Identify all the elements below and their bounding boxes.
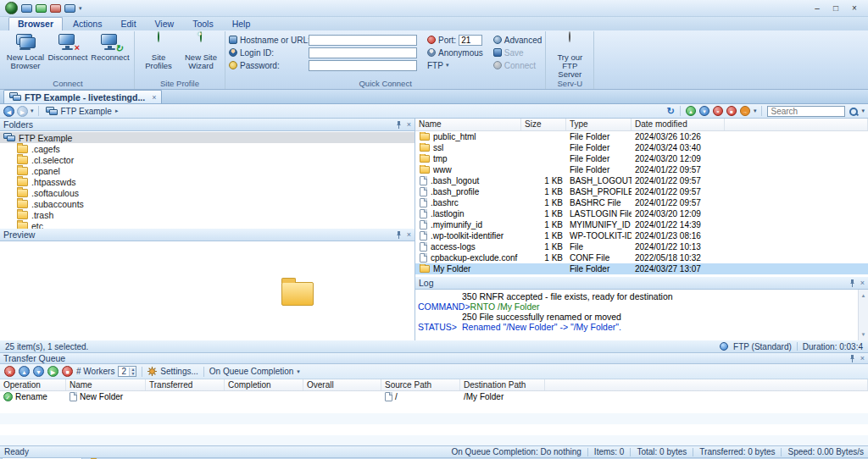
new-site-wizard-button[interactable]: ✦ New Site Wizard bbox=[181, 32, 221, 70]
pin-icon[interactable] bbox=[395, 231, 403, 239]
tab-tools[interactable]: Tools bbox=[184, 18, 222, 30]
hostname-input[interactable] bbox=[309, 35, 417, 46]
search-dropdown-icon[interactable]: ▾ bbox=[861, 108, 865, 114]
tree-item[interactable]: .softaculous bbox=[0, 187, 415, 198]
app-logo-icon[interactable] bbox=[5, 2, 18, 14]
move-down-icon[interactable]: ▼ bbox=[33, 366, 44, 377]
login-input[interactable] bbox=[309, 47, 417, 58]
close-button[interactable]: × bbox=[846, 2, 863, 15]
queue-row[interactable]: ✓Rename New Folder / /My Folder bbox=[0, 391, 868, 402]
password-input[interactable] bbox=[309, 60, 417, 71]
file-row[interactable]: cpbackup-exclude.conf1 KBCONF File2022/0… bbox=[415, 252, 868, 263]
forward-button[interactable]: ▶ bbox=[17, 106, 28, 117]
actions-dropdown-icon[interactable]: ▾ bbox=[754, 108, 757, 114]
history-dropdown-icon[interactable]: ▾ bbox=[31, 108, 34, 114]
start-queue-icon[interactable]: ▶ bbox=[47, 366, 58, 377]
new-local-browser-button[interactable]: New Local Browser bbox=[5, 32, 46, 70]
column-completion[interactable]: Completion bbox=[225, 379, 303, 390]
tab-ftp-example-session[interactable]: FTP Example - livetestingd... × bbox=[3, 90, 162, 103]
column-date-modified[interactable]: Date modified bbox=[632, 119, 725, 130]
connect-button[interactable]: Connect bbox=[504, 61, 536, 70]
qat-dropdown-icon[interactable]: ▾ bbox=[79, 5, 82, 12]
refresh-icon[interactable]: ↻ bbox=[667, 106, 675, 117]
save-button[interactable]: Save bbox=[504, 48, 524, 58]
column-transferred[interactable]: Transferred bbox=[146, 379, 225, 390]
minimize-button[interactable]: – bbox=[809, 2, 826, 15]
file-row[interactable]: sslFile Folder2024/03/24 03:40 bbox=[415, 142, 868, 153]
file-row[interactable]: .bashrc1 KBBASHRC File2024/01/22 09:57 bbox=[415, 197, 868, 208]
column-name[interactable]: Name bbox=[66, 379, 146, 390]
site-profiles-button[interactable]: Site Profiles bbox=[138, 32, 179, 70]
remove-item-icon[interactable]: × bbox=[4, 366, 15, 377]
file-row[interactable]: .bash_logout1 KBBASH_LOGOUT Fi...2024/01… bbox=[415, 175, 868, 186]
protocol-label[interactable]: FTP bbox=[427, 61, 443, 70]
tree-item[interactable]: .subaccounts bbox=[0, 198, 415, 209]
pin-icon[interactable] bbox=[395, 121, 403, 129]
protocol-dropdown-icon[interactable]: ▾ bbox=[446, 62, 449, 69]
column-type[interactable]: Type bbox=[566, 119, 632, 130]
tree-root-item[interactable]: FTP Example bbox=[0, 132, 415, 143]
log-scrollbar[interactable]: ▲▼ bbox=[858, 290, 868, 340]
column-name[interactable]: Name bbox=[415, 119, 521, 130]
advanced-button[interactable]: Advanced bbox=[504, 36, 542, 45]
tree-item[interactable]: .trash bbox=[0, 209, 415, 220]
search-input[interactable] bbox=[767, 106, 845, 117]
address-breadcrumb[interactable]: FTP Example ▸ bbox=[43, 107, 121, 116]
tab-actions[interactable]: Actions bbox=[64, 18, 110, 30]
qat-browser-icon[interactable] bbox=[21, 4, 32, 13]
close-icon[interactable]: × bbox=[860, 355, 865, 362]
tree-item[interactable]: .cl.selector bbox=[0, 154, 415, 165]
reconnect-button[interactable]: ↻ Reconnect bbox=[90, 32, 131, 62]
qat-disconnect-icon[interactable] bbox=[50, 4, 61, 13]
sync-icon[interactable]: → bbox=[740, 106, 750, 116]
file-row[interactable]: .lastlogin1 KBLASTLOGIN File2024/03/20 1… bbox=[415, 208, 868, 219]
tab-view[interactable]: View bbox=[147, 18, 183, 30]
disconnect-button[interactable]: × Disconnect bbox=[47, 32, 88, 62]
file-row[interactable]: public_htmlFile Folder2024/03/26 10:26 bbox=[415, 131, 868, 142]
tab-edit[interactable]: Edit bbox=[112, 18, 144, 30]
tab-help[interactable]: Help bbox=[224, 18, 259, 30]
search-icon[interactable] bbox=[849, 107, 858, 116]
file-row[interactable]: tmpFile Folder2024/03/20 12:09 bbox=[415, 153, 868, 164]
pin-icon[interactable] bbox=[849, 355, 856, 362]
workers-stepper[interactable]: 2 ▲▼ bbox=[118, 366, 136, 377]
stepper-down-icon[interactable]: ▼ bbox=[131, 372, 135, 376]
back-button[interactable]: ◀ bbox=[3, 106, 14, 117]
qat-site-icon[interactable] bbox=[64, 4, 75, 13]
file-row[interactable]: .myimunify_id1 KBMYIMUNIFY_ID File2024/0… bbox=[415, 219, 868, 230]
tree-item[interactable]: etc bbox=[0, 220, 415, 229]
tab-browser[interactable]: Browser bbox=[8, 17, 63, 30]
maximize-button[interactable]: □ bbox=[827, 2, 844, 15]
column-overall[interactable]: Overall bbox=[303, 379, 381, 390]
tree-item[interactable]: .cpanel bbox=[0, 165, 415, 176]
close-icon[interactable]: × bbox=[407, 231, 411, 239]
breadcrumb-arrow-icon[interactable]: ▸ bbox=[115, 108, 119, 114]
session-close-icon[interactable]: × bbox=[148, 93, 156, 102]
tree-item[interactable]: .htpasswds bbox=[0, 176, 415, 187]
tree-item[interactable]: .cagefs bbox=[0, 143, 415, 154]
close-icon[interactable]: × bbox=[860, 279, 865, 287]
try-ftp-server-button[interactable]: Try our FTP Server bbox=[549, 32, 590, 79]
on-queue-completion-button[interactable]: On Queue Completion bbox=[209, 367, 294, 376]
column-source-path[interactable]: Source Path bbox=[381, 379, 460, 390]
pin-icon[interactable] bbox=[849, 279, 856, 287]
settings-button[interactable]: Settings... bbox=[160, 367, 198, 376]
close-icon[interactable]: × bbox=[407, 121, 411, 129]
upload-icon[interactable]: ▲ bbox=[686, 106, 696, 116]
file-row[interactable]: access-logs1 KBFile2024/01/22 10:13 bbox=[415, 241, 868, 252]
column-destination-path[interactable]: Destination Path bbox=[460, 379, 545, 390]
stop-queue-icon[interactable]: ■ bbox=[62, 366, 73, 377]
file-row[interactable]: wwwFile Folder2024/01/22 09:57 bbox=[415, 164, 868, 175]
file-row-selected[interactable]: My FolderFile Folder2024/03/27 13:07 bbox=[415, 263, 868, 274]
qat-connect-icon[interactable] bbox=[36, 4, 47, 13]
port-input[interactable] bbox=[459, 35, 482, 46]
file-row[interactable]: .bash_profile1 KBBASH_PROFILE File2024/0… bbox=[415, 186, 868, 197]
download-icon[interactable]: ▼ bbox=[699, 106, 709, 116]
column-operation[interactable]: Operation bbox=[0, 379, 66, 390]
on-queue-dropdown-icon[interactable]: ▾ bbox=[297, 368, 300, 375]
anonymous-label[interactable]: Anonymous bbox=[438, 48, 483, 58]
column-size[interactable]: Size bbox=[521, 119, 566, 130]
stop-icon[interactable]: × bbox=[713, 106, 723, 116]
file-row[interactable]: .wp-toolkit-identifier1 KBWP-TOOLKIT-IDE… bbox=[415, 230, 868, 241]
abort-icon[interactable]: ■ bbox=[726, 106, 737, 116]
